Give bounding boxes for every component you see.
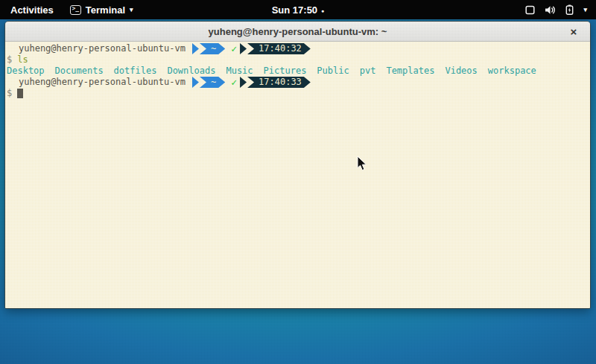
prompt-line: yuheng@henry-personal-ubuntu-vm ~ ✓ 17:4… <box>5 77 590 88</box>
close-icon[interactable]: × <box>567 25 580 38</box>
directory-entry: Pictures <box>264 66 307 77</box>
directory-entry: Public <box>317 66 349 77</box>
prompt-symbol: $ <box>7 88 12 99</box>
directory-entry: Downloads <box>167 66 215 77</box>
battery-charging-icon <box>565 4 574 15</box>
terminal-window: yuheng@henry-personal-ubuntu-vm: ~ × yuh… <box>4 21 591 309</box>
directory-entry: Music <box>226 66 253 77</box>
prompt-symbol: $ <box>7 54 12 66</box>
prompt-user-host: yuheng@henry-personal-ubuntu-vm <box>19 43 186 54</box>
directory-entry: Desktop <box>7 66 45 77</box>
ls-output-line: Desktop Documents dotfiles Downloads Mus… <box>5 66 590 77</box>
app-menu-label: Terminal <box>86 4 125 16</box>
directory-entry: pvt <box>360 66 376 77</box>
tray-chevron-down-icon: ▾ <box>583 7 587 13</box>
window-titlebar[interactable]: yuheng@henry-personal-ubuntu-vm: ~ × <box>5 22 590 42</box>
directory-entry: dotfiles <box>114 66 157 77</box>
clock-label: Sun 17:50 <box>272 4 317 16</box>
powerline-arrow-icon <box>192 77 199 88</box>
prompt-user-host: yuheng@henry-personal-ubuntu-vm <box>19 77 186 88</box>
prompt-cwd-segment: ~ <box>200 43 225 54</box>
powerline-arrow-icon <box>240 43 247 54</box>
system-tray[interactable]: ▾ <box>516 0 596 19</box>
top-bar: Activities >_ Terminal ▾ Sun 17:50 ● ▾ <box>0 0 596 19</box>
prompt-line: yuheng@henry-personal-ubuntu-vm ~ ✓ 17:4… <box>5 43 590 54</box>
prompt-time-segment: 17:40:33 <box>247 77 311 88</box>
powerline-arrow-icon <box>192 43 199 54</box>
status-check-icon: ✓ <box>231 43 237 54</box>
app-menu-terminal[interactable]: >_ Terminal ▾ <box>64 0 139 19</box>
command-line: $ ls <box>5 54 590 66</box>
display-icon <box>525 5 535 15</box>
input-line[interactable]: $ <box>5 88 590 99</box>
directory-entry: workspace <box>488 66 536 77</box>
directory-entry: Templates <box>386 66 434 77</box>
command-text: ls <box>17 54 28 66</box>
status-check-icon: ✓ <box>231 77 237 88</box>
directory-entry: Documents <box>55 66 104 77</box>
window-title: yuheng@henry-personal-ubuntu-vm: ~ <box>209 26 387 37</box>
terminal-icon: >_ <box>70 5 81 15</box>
prompt-time-segment: 17:40:32 <box>247 43 311 54</box>
terminal-content[interactable]: yuheng@henry-personal-ubuntu-vm ~ ✓ 17:4… <box>5 42 590 308</box>
prompt-cwd-segment: ~ <box>200 77 225 88</box>
activities-label: Activities <box>10 4 54 16</box>
directory-entry: Videos <box>445 66 477 77</box>
volume-icon <box>545 5 556 15</box>
powerline-arrow-icon <box>240 77 247 88</box>
chevron-down-icon: ▾ <box>130 7 133 13</box>
clock-button[interactable]: Sun 17:50 ● <box>264 0 332 19</box>
activities-button[interactable]: Activities <box>0 0 64 19</box>
notification-dot-icon: ● <box>321 8 324 13</box>
text-cursor <box>17 89 23 98</box>
